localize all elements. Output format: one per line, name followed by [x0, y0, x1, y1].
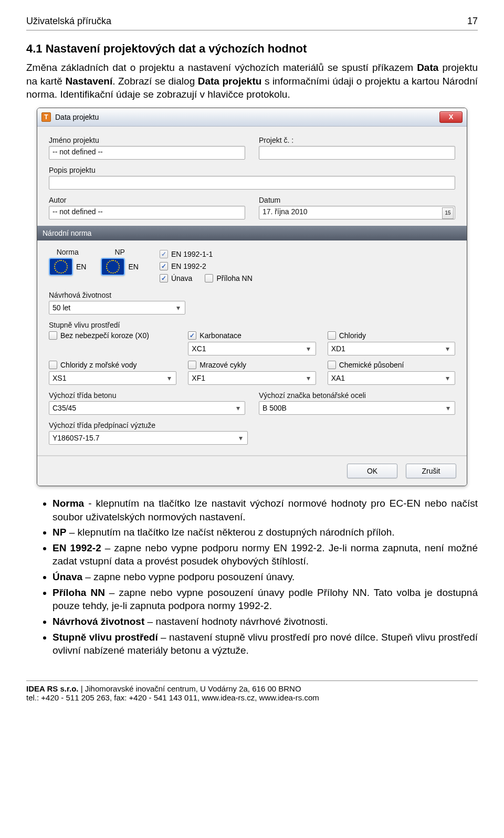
chevron-down-icon: ▾: [233, 403, 243, 413]
unava-checkbox[interactable]: [160, 274, 168, 282]
concrete-class-combo[interactable]: C35/45▾: [49, 401, 245, 415]
unava-label: Únava: [171, 274, 192, 282]
norma-button-text: EN: [76, 263, 86, 271]
np-button[interactable]: [101, 258, 125, 276]
steel-grade-label: Výchozí značka betonářské oceli: [259, 391, 455, 400]
norm-buttons: Norma EN NP EN: [49, 248, 139, 276]
concrete-class-label: Výchozí třída betonu: [49, 391, 245, 400]
national-norm-section-header: Národní norma: [37, 226, 467, 240]
footer-address: | Jihomoravské inovační centrum, U Vodár…: [78, 684, 301, 693]
intro-paragraph: Změna základních dat o projektu a nastav…: [26, 61, 478, 101]
list-item: Stupně vlivu prostředí – nastavení stupn…: [52, 631, 478, 657]
karbonatace-combo[interactable]: XC1▾: [188, 342, 316, 355]
norma-button[interactable]: [49, 258, 73, 276]
environment-header: Stupně vlivu prostředí: [49, 321, 120, 329]
app-icon: T: [41, 112, 51, 122]
chevron-down-icon: ▾: [164, 373, 174, 383]
list-item: Norma - klepnutím na tlačítko lze nastav…: [52, 497, 478, 523]
dialog-title: Data projektu: [55, 113, 99, 121]
design-life-combo[interactable]: 50 let ▾: [49, 301, 185, 315]
calendar-icon[interactable]: [442, 207, 454, 219]
document-header: Uživatelská příručka 17: [26, 16, 478, 30]
frost-checkbox[interactable]: [188, 361, 196, 369]
ok-button[interactable]: OK: [347, 464, 397, 478]
prestress-class-label: Výchozí třída předpínací výztuže: [49, 421, 248, 430]
project-desc-input[interactable]: [49, 176, 455, 190]
en1992-1-1-label: EN 1992-1-1: [171, 250, 213, 258]
en1992-1-1-checkbox[interactable]: [160, 250, 168, 258]
x0-checkbox[interactable]: [49, 331, 57, 340]
project-name-label: Jméno projektu: [49, 136, 245, 144]
project-desc-label: Popis projektu: [49, 166, 455, 174]
chevron-down-icon: ▾: [304, 373, 313, 383]
en1992-2-checkbox[interactable]: [160, 262, 168, 270]
doc-title: Uživatelská příručka: [26, 16, 111, 27]
doc-page-number: 17: [467, 16, 478, 27]
author-label: Autor: [49, 196, 245, 204]
chevron-down-icon: ▾: [304, 344, 313, 353]
section-heading: 4.1 Nastavení projektových dat a výchozí…: [26, 42, 478, 56]
bullet-list: Norma - klepnutím na tlačítko lze nastav…: [26, 497, 478, 657]
steel-grade-combo[interactable]: B 500B▾: [259, 401, 455, 415]
sea-checkbox[interactable]: [49, 361, 57, 369]
list-item: Příloha NN – zapne nebo vypne posouzení …: [52, 586, 478, 613]
chevron-down-icon: ▾: [443, 403, 453, 413]
project-number-label: Projekt č. :: [259, 136, 455, 144]
list-item: Návrhová životnost – nastavení hodnoty n…: [52, 615, 478, 628]
dialog-footer: OK Zrušit: [37, 456, 467, 486]
karbonatace-checkbox[interactable]: [188, 331, 196, 340]
list-item: EN 1992-2 – zapne nebo vypne podporu nor…: [52, 541, 478, 568]
list-item: Únava – zapne nebo vypne podporu posouze…: [52, 570, 478, 584]
priloha-nn-label: Příloha NN: [216, 274, 252, 282]
date-input[interactable]: 17. října 2010: [259, 206, 455, 219]
chevron-down-icon: ▾: [236, 433, 245, 443]
footer-company: IDEA RS s.r.o.: [26, 684, 78, 693]
frost-combo[interactable]: XF1▾: [188, 371, 316, 385]
chevron-down-icon: ▾: [443, 344, 453, 353]
sea-combo[interactable]: XS1▾: [49, 371, 176, 385]
date-label: Datum: [259, 196, 455, 204]
close-icon: X: [449, 113, 454, 121]
dialog-body: Jméno projektu -- not defined -- Projekt…: [37, 127, 467, 456]
chloridy-combo[interactable]: XD1▾: [328, 342, 455, 355]
footer-contact: tel.: +420 - 511 205 263, fax: +420 - 54…: [26, 693, 478, 702]
chloridy-checkbox[interactable]: [328, 331, 336, 340]
priloha-nn-checkbox[interactable]: [205, 274, 213, 282]
np-button-text: EN: [128, 263, 138, 271]
page-content: Uživatelská příručka 17 4.1 Nastavení pr…: [0, 0, 504, 665]
list-item: NP – klepnutím na tlačítko lze načíst ně…: [52, 526, 478, 539]
en1992-2-label: EN 1992-2: [171, 262, 206, 270]
chevron-down-icon: ▾: [173, 303, 183, 312]
project-name-input[interactable]: -- not defined --: [49, 146, 245, 160]
cancel-button[interactable]: Zrušit: [406, 464, 456, 478]
project-number-input[interactable]: [259, 146, 455, 160]
page-footer: IDEA RS s.r.o. | Jihomoravské inovační c…: [26, 680, 478, 702]
data-projektu-dialog: T Data projektu X Jméno projektu -- not …: [37, 108, 467, 486]
prestress-class-combo[interactable]: Y1860S7-15.7▾: [49, 431, 248, 445]
close-button[interactable]: X: [439, 111, 463, 123]
np-label: NP: [114, 248, 124, 256]
design-life-label: Návrhová životnost: [49, 291, 185, 299]
dialog-titlebar: T Data projektu X: [37, 108, 467, 127]
chem-checkbox[interactable]: [328, 361, 336, 369]
chem-combo[interactable]: XA1▾: [328, 371, 455, 385]
author-input[interactable]: -- not defined --: [49, 206, 245, 219]
chevron-down-icon: ▾: [443, 373, 453, 383]
norma-label: Norma: [57, 248, 79, 256]
